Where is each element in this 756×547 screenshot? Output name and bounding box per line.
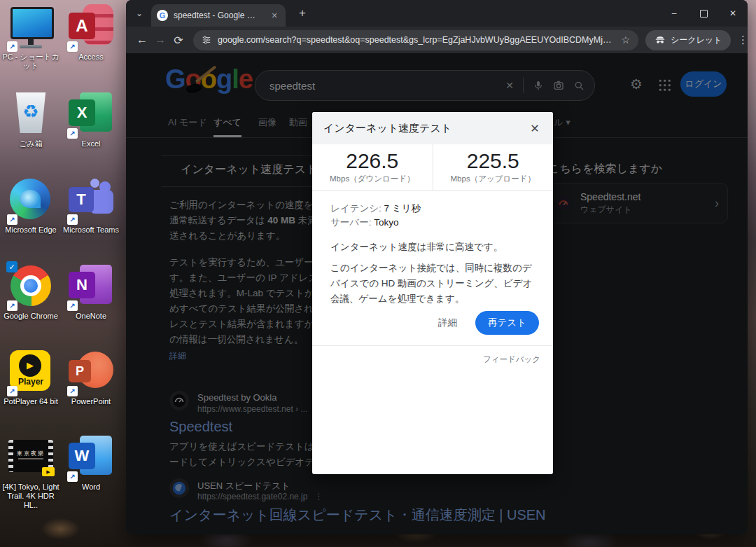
desktop-icon-teams[interactable]: T ↗ Microsoft Teams (62, 177, 120, 235)
shortcut-arrow-icon: ↗ (67, 214, 78, 225)
desktop-icon-label: PotPlayer 64 bit (1, 397, 60, 406)
potplayer-icon: ▶ Player ↗ (8, 349, 53, 395)
teams-icon: T ↗ (69, 177, 113, 223)
minimize-button[interactable]: – (659, 0, 689, 27)
excel-icon: X ↗ (69, 91, 113, 137)
desktop-icon-label: Microsoft Teams (62, 226, 120, 235)
upload-label: Mbps（アップロード） (433, 174, 554, 184)
desktop-icon-potplayer[interactable]: ▶ Player ↗ PotPlayer 64 bit (1, 349, 60, 406)
desktop-icon-label: Access (62, 53, 120, 62)
upload-metric: 225.5 Mbps（アップロード） (433, 144, 554, 191)
maximize-button[interactable] (689, 0, 718, 27)
onenote-icon: N ↗ (69, 263, 113, 310)
browser-window: ⌄ G speedtest - Google 検索 ✕ + – ✕ ← → ⟳ … (126, 0, 748, 534)
download-label: Mbps（ダウンロード） (312, 174, 433, 184)
connection-details: レイテンシ: 7 ミリ秒 サーバー: Tokyo (330, 202, 421, 230)
server-row: サーバー: Tokyo (330, 216, 421, 230)
desktop-icon-label: PC - ショートカット (1, 53, 60, 71)
desktop-icon-video-file[interactable]: 東京夜樂 ▶ [4K] Tokyo, Light Trail. 4K HDR H… (1, 434, 60, 510)
desktop-icon-recycle-bin[interactable]: ♻ ごみ箱 (1, 91, 60, 148)
shortcut-arrow-icon: ↗ (67, 41, 78, 52)
tab-title: speedtest - Google 検索 (174, 10, 263, 22)
forward-button[interactable]: → (151, 34, 169, 46)
shortcut-arrow-icon: ↗ (67, 386, 78, 396)
desktop-icon-label: Excel (62, 139, 120, 148)
site-info-icon[interactable] (202, 35, 211, 45)
incognito-label: シークレット (671, 34, 722, 46)
dialog-title: インターネット速度テスト (323, 122, 528, 135)
google-favicon: G (157, 10, 168, 21)
reload-button[interactable]: ⟳ (169, 34, 188, 47)
shortcut-arrow-icon: ↗ (7, 300, 18, 311)
browser-menu-icon[interactable]: ⋮ (737, 34, 748, 46)
desktop-icon-label: PowerPoint (62, 397, 120, 406)
desktop-icon-pc[interactable]: ↗ PC - ショートカット (1, 4, 60, 71)
desktop-icon-access[interactable]: A ↗ Access (62, 4, 120, 62)
tab-close-icon[interactable]: ✕ (269, 11, 280, 20)
shortcut-arrow-icon: ↗ (7, 214, 18, 225)
word-icon: W ↗ (69, 434, 113, 480)
desktop-icon-word[interactable]: W ↗ Word (62, 434, 120, 492)
download-value: 226.5 (312, 149, 433, 173)
access-icon: A ↗ (69, 4, 113, 50)
bookmark-star-icon[interactable]: ☆ (621, 34, 630, 46)
window-close-button[interactable]: ✕ (718, 0, 748, 27)
dialog-header: インターネット速度テスト ✕ (312, 112, 553, 144)
potplayer-badge-icon: ▶ (42, 467, 55, 476)
desktop-icon-excel[interactable]: X ↗ Excel (62, 91, 120, 148)
incognito-badge: シークレット (645, 30, 731, 50)
desktop-icon-powerpoint[interactable]: P ↗ PowerPoint (62, 349, 120, 406)
desktop-icon-label: ごみ箱 (1, 139, 60, 148)
desktop-icon-edge[interactable]: ↗ Microsoft Edge (1, 177, 60, 235)
video-thumbnail-icon: 東京夜樂 ▶ (8, 434, 53, 480)
latency-row: レイテンシ: 7 ミリ秒 (330, 202, 421, 216)
chrome-icon: ✓ ↗ (8, 263, 53, 310)
speed-metrics: 226.5 Mbps（ダウンロード） 225.5 Mbps（アップロード） (312, 144, 553, 191)
powerpoint-icon: P ↗ (69, 349, 113, 395)
browser-titlebar: ⌄ G speedtest - Google 検索 ✕ + – ✕ (126, 0, 748, 27)
maximize-icon (700, 10, 708, 18)
shortcut-arrow-icon: ↗ (7, 386, 18, 396)
url-text: google.com/search?q=speedtest&oq=speedte… (218, 35, 615, 45)
new-tab-button[interactable]: + (295, 6, 309, 20)
desktop-icon-label: OneNote (62, 312, 120, 321)
edge-icon: ↗ (8, 177, 53, 223)
dialog-close-icon[interactable]: ✕ (528, 122, 542, 135)
speed-description: このインターネット接続では、同時に複数のデバイスでの HD 動画のストリーミング… (330, 261, 536, 307)
desktop-icon-label: Word (62, 483, 120, 492)
desktop-icon-chrome[interactable]: ✓ ↗ Google Chrome (1, 263, 60, 321)
download-metric: 226.5 Mbps（ダウンロード） (312, 144, 433, 191)
speed-summary: インターネット速度は非常に高速です。 (330, 241, 503, 254)
pc-monitor-icon: ↗ (8, 4, 53, 50)
shortcut-arrow-icon: ↗ (67, 300, 78, 311)
upload-value: 225.5 (433, 149, 554, 173)
browser-toolbar: ← → ⟳ google.com/search?q=speedtest&oq=s… (126, 27, 748, 53)
shortcut-arrow-icon: ↗ (67, 128, 78, 139)
desktop-icon-label: Google Chrome (1, 312, 60, 321)
dialog-divider (312, 345, 553, 346)
shortcut-arrow-icon: ↗ (7, 41, 18, 52)
incognito-icon (654, 34, 666, 46)
speedtest-dialog: インターネット速度テスト ✕ 226.5 Mbps（ダウンロード） 225.5 … (312, 112, 553, 474)
shortcut-arrow-icon: ↗ (67, 471, 78, 482)
tab-search-icon[interactable]: ⌄ (133, 7, 146, 20)
retest-button[interactable]: 再テスト (475, 311, 539, 335)
desktop-icon-label: [4K] Tokyo, Light Trail. 4K HDR HL.. (1, 483, 60, 510)
address-bar[interactable]: google.com/search?q=speedtest&oq=speedte… (193, 30, 638, 50)
back-button[interactable]: ← (133, 34, 151, 46)
details-button[interactable]: 詳細 (438, 317, 457, 329)
desktop-icon-label: Microsoft Edge (1, 226, 60, 235)
recycle-bin-icon: ♻ (8, 91, 53, 137)
feedback-link[interactable]: フィードバック (483, 354, 540, 365)
page-content: Google speedtest ✕ ⚙ (126, 53, 748, 534)
browser-tab[interactable]: G speedtest - Google 検索 ✕ (151, 4, 286, 27)
desktop-icon-onenote[interactable]: N ↗ OneNote (62, 263, 120, 321)
selected-check-badge: ✓ (6, 261, 18, 272)
